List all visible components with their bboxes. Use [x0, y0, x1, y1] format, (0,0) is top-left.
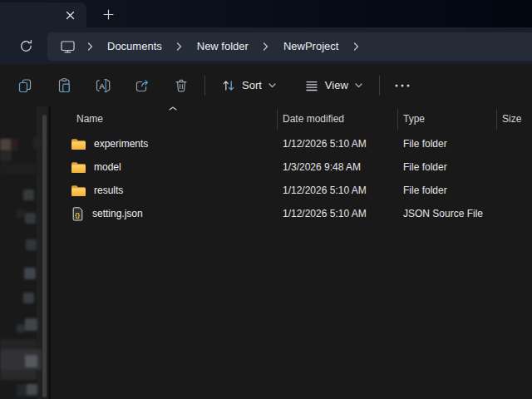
close-tab-icon[interactable] — [61, 7, 79, 23]
file-list-pane: Name Date modified Type Size experiments… — [52, 106, 532, 399]
paste-icon — [56, 77, 72, 94]
address-field[interactable]: Documents New folder NewProject — [47, 32, 532, 61]
new-tab-button[interactable] — [98, 4, 118, 24]
command-toolbar: A Sort — [0, 64, 532, 106]
chevron-down-icon — [268, 83, 276, 88]
toolbar-divider — [204, 76, 205, 96]
breadcrumb-new-folder[interactable]: New folder — [190, 32, 255, 61]
rename-icon: A — [95, 77, 111, 94]
file-row-setting-json[interactable]: {} setting.json 1/12/2026 5:10 AM JSON S… — [52, 202, 532, 225]
file-date-modified: 1/3/2026 9:48 AM — [277, 161, 397, 173]
chevron-down-icon — [355, 83, 362, 88]
copy-button[interactable] — [10, 71, 40, 101]
file-row-model[interactable]: model 1/3/2026 9:48 AM File folder — [52, 155, 532, 179]
trash-icon — [173, 77, 190, 94]
column-header-size[interactable]: Size — [496, 113, 532, 125]
folder-icon — [71, 185, 86, 197]
tab-bar — [0, 0, 532, 27]
copy-icon — [17, 77, 33, 94]
file-date-modified: 1/12/2026 5:10 AM — [277, 185, 397, 196]
file-date-modified: 1/12/2026 5:10 AM — [277, 138, 397, 150]
column-header-name[interactable]: Name — [52, 113, 277, 125]
file-name: experiments — [94, 138, 148, 150]
rename-button[interactable]: A — [88, 71, 118, 101]
sort-label: Sort — [242, 79, 262, 91]
sort-icon — [221, 78, 236, 93]
file-name: results — [94, 185, 123, 196]
breadcrumb-newproject[interactable]: NewProject — [277, 32, 345, 61]
json-file-icon: {} — [72, 207, 83, 221]
pane-divider — [49, 106, 51, 399]
see-more-button[interactable] — [387, 71, 417, 101]
column-header-date-modified[interactable]: Date modified — [277, 113, 397, 125]
share-icon — [134, 77, 150, 94]
column-divider[interactable] — [496, 109, 497, 130]
breadcrumb-chevron-icon[interactable] — [169, 35, 190, 58]
breadcrumb-documents[interactable]: Documents — [101, 32, 169, 61]
delete-button[interactable] — [166, 71, 196, 101]
paste-button[interactable] — [49, 71, 79, 101]
breadcrumb-chevron-icon[interactable] — [79, 35, 101, 58]
svg-text:{}: {} — [75, 210, 80, 218]
view-button[interactable]: View — [296, 71, 371, 100]
sort-ascending-icon — [169, 106, 177, 111]
file-rows: experiments 1/12/2026 5:10 AM File folde… — [52, 132, 532, 225]
file-type: JSON Source File — [397, 208, 496, 219]
column-header-row: Name Date modified Type Size — [52, 106, 532, 131]
file-row-experiments[interactable]: experiments 1/12/2026 5:10 AM File folde… — [52, 132, 532, 155]
file-name: setting.json — [92, 208, 143, 219]
sidebar-scrollbar-thumb[interactable] — [42, 115, 47, 397]
breadcrumb-chevron-icon[interactable] — [255, 35, 277, 58]
refresh-button[interactable] — [13, 33, 38, 58]
toolbar-divider — [379, 76, 380, 96]
navigation-sidebar — [0, 106, 52, 399]
file-type: File folder — [397, 161, 496, 173]
column-header-type[interactable]: Type — [397, 113, 496, 125]
file-date-modified: 1/12/2026 5:10 AM — [277, 208, 397, 219]
folder-icon — [71, 138, 86, 150]
address-bar: Documents New folder NewProject — [0, 27, 532, 64]
share-button[interactable] — [127, 71, 157, 101]
column-divider[interactable] — [277, 109, 278, 130]
folder-icon — [71, 161, 86, 174]
svg-text:A: A — [100, 81, 106, 90]
view-list-icon — [304, 78, 319, 93]
file-explorer-window: Documents New folder NewProject — [0, 0, 532, 399]
explorer-tab[interactable] — [0, 2, 86, 27]
sort-button[interactable]: Sort — [213, 71, 284, 100]
file-name: model — [94, 161, 121, 173]
this-pc-icon[interactable] — [56, 35, 79, 58]
breadcrumb-chevron-icon[interactable] — [345, 35, 367, 58]
file-type: File folder — [397, 138, 496, 150]
column-divider[interactable] — [397, 109, 398, 130]
file-row-results[interactable]: results 1/12/2026 5:10 AM File folder — [52, 179, 532, 202]
view-label: View — [325, 79, 348, 91]
more-ellipsis-icon — [395, 84, 410, 87]
file-type: File folder — [397, 185, 496, 196]
